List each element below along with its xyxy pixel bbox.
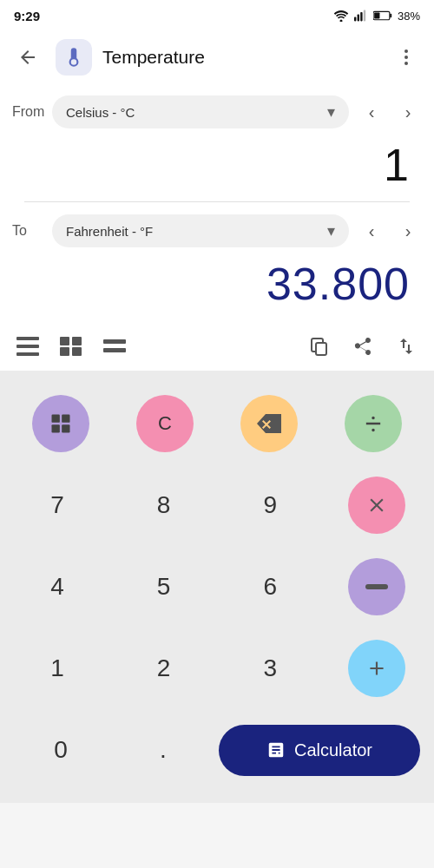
key-dot[interactable]: . (116, 711, 210, 789)
svg-point-9 (404, 56, 408, 59)
backspace-key-container (222, 385, 316, 463)
plus-key-container (330, 629, 424, 707)
share-icon (352, 336, 373, 357)
key-5[interactable]: 5 (117, 548, 211, 626)
from-next-button[interactable]: › (394, 98, 422, 126)
to-prev-button[interactable]: ‹ (358, 217, 385, 245)
multiply-key-container (330, 466, 424, 544)
clear-key-container: C (118, 385, 212, 463)
from-unit-arrow-icon: ▾ (327, 102, 335, 122)
svg-rect-22 (62, 415, 69, 423)
from-row: From Celsius - °C ▾ ‹ › (12, 83, 422, 135)
svg-rect-14 (60, 337, 69, 345)
key-8[interactable]: 8 (117, 466, 211, 544)
clear-key[interactable]: C (136, 395, 194, 452)
battery-percent: 38% (398, 10, 420, 23)
row-456: 4 5 6 (10, 548, 424, 626)
svg-rect-4 (364, 10, 365, 22)
to-unit-text: Fahrenheit - °F (66, 224, 327, 239)
key-3[interactable]: 3 (223, 629, 317, 707)
converter-section: From Celsius - °C ▾ ‹ › 1 To Fahrenheit … (0, 83, 434, 324)
calculator-button[interactable]: Calculator (219, 725, 420, 776)
svg-rect-23 (52, 424, 60, 432)
svg-rect-12 (16, 345, 39, 348)
signal-icon (354, 10, 368, 22)
key-2[interactable]: 2 (117, 629, 211, 707)
more-options-button[interactable] (389, 40, 424, 75)
svg-rect-3 (360, 12, 362, 21)
share-button[interactable] (347, 331, 378, 362)
svg-rect-20 (316, 343, 326, 355)
list-view-2-icon (60, 337, 82, 356)
swap-icon (396, 336, 417, 357)
from-prev-button[interactable]: ‹ (358, 98, 385, 126)
calculator-icon (266, 740, 286, 760)
row-123: 1 2 3 (10, 629, 424, 707)
result-value: 33.800 (12, 254, 422, 324)
calculator-label: Calculator (294, 740, 372, 760)
svg-point-8 (404, 49, 408, 53)
list-view-3-button[interactable] (99, 331, 130, 362)
svg-rect-19 (103, 348, 126, 352)
key-7[interactable]: 7 (10, 466, 104, 544)
svg-rect-16 (60, 347, 69, 356)
svg-rect-13 (16, 352, 39, 356)
bottom-row: 0 . Calculator (10, 711, 424, 789)
status-bar: 9:29 38% (0, 0, 434, 31)
app-icon (56, 39, 92, 76)
row-789: 7 8 9 (10, 466, 424, 544)
to-row: To Fahrenheit - °F ▾ ‹ › (12, 202, 422, 254)
to-unit-arrow-icon: ▾ (327, 221, 335, 240)
toolbar-left (12, 331, 304, 362)
svg-rect-1 (354, 17, 356, 22)
toolbar-right (304, 331, 422, 362)
swap-button[interactable] (391, 331, 422, 362)
from-unit-text: Celsius - °C (66, 105, 327, 120)
plus-key[interactable] (348, 640, 405, 697)
key-6[interactable]: 6 (223, 548, 317, 626)
clear-label: C (158, 412, 172, 435)
svg-rect-2 (358, 14, 359, 21)
svg-point-10 (404, 62, 408, 65)
wifi-icon (333, 10, 349, 22)
minus-key[interactable] (348, 558, 405, 615)
svg-rect-7 (374, 12, 379, 18)
key-4[interactable]: 4 (10, 548, 104, 626)
svg-rect-6 (390, 14, 391, 18)
to-label: To (12, 223, 43, 239)
app-bar: Temperature (0, 31, 434, 83)
to-next-button[interactable]: › (394, 217, 422, 245)
to-unit-select[interactable]: Fahrenheit - °F ▾ (52, 214, 349, 247)
svg-rect-17 (72, 347, 82, 356)
copy-button[interactable] (304, 331, 335, 362)
toolbar-row (0, 324, 434, 371)
backspace-key[interactable] (240, 395, 298, 452)
svg-rect-18 (103, 339, 126, 344)
status-time: 9:29 (14, 9, 40, 23)
app-title: Temperature (102, 47, 378, 68)
status-icons: 38% (333, 10, 420, 23)
toggle-key-container (14, 385, 108, 463)
divide-key[interactable] (345, 395, 402, 452)
svg-rect-15 (72, 337, 82, 345)
key-0[interactable]: 0 (14, 711, 108, 789)
battery-icon (373, 10, 392, 22)
key-9[interactable]: 9 (223, 466, 317, 544)
list-view-2-button[interactable] (56, 331, 87, 362)
multiply-key[interactable] (348, 477, 405, 534)
keyboard: C 7 8 9 (0, 371, 434, 803)
special-keys-row: C (10, 385, 424, 463)
svg-rect-21 (52, 415, 60, 423)
key-1[interactable]: 1 (10, 629, 104, 707)
copy-icon (309, 336, 330, 357)
svg-rect-24 (62, 424, 69, 432)
list-view-1-button[interactable] (12, 331, 43, 362)
divide-key-container (326, 385, 420, 463)
svg-point-0 (339, 20, 342, 23)
list-view-1-icon (16, 337, 39, 356)
minus-key-container (330, 548, 424, 626)
from-unit-select[interactable]: Celsius - °C ▾ (52, 95, 349, 128)
input-value: 1 (12, 135, 422, 201)
toggle-key[interactable] (32, 395, 89, 452)
back-button[interactable] (10, 40, 45, 75)
